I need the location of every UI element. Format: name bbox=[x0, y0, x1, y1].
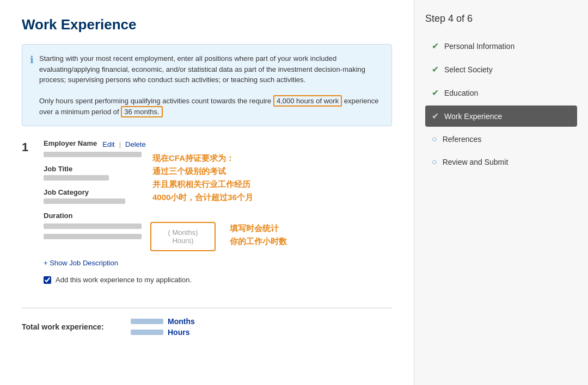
show-job-link: + Show Job Description bbox=[44, 259, 392, 267]
duration-section: Duration ( Months) Hours) 填写时会统计你的工作小时数 bbox=[44, 212, 392, 251]
job-title-group: Job Title bbox=[44, 165, 392, 181]
total-months-bar bbox=[131, 319, 163, 324]
job-category-label: Job Category bbox=[44, 188, 392, 196]
total-hours-unit: Hours bbox=[168, 328, 189, 337]
delete-link[interactable]: Delete bbox=[125, 140, 146, 148]
sidebar-item-select-society[interactable]: ✔ Select Society bbox=[425, 59, 577, 80]
field-actions: Edit | Delete bbox=[102, 140, 145, 148]
main-content: Work Experience ℹ Starting with your mos… bbox=[0, 0, 414, 385]
duration-row: ( Months) Hours) 填写时会统计你的工作小时数 bbox=[44, 222, 392, 251]
employer-value-container: 现在CFA持证要求为：通过三个级别的考试并且累积相关行业工作经历4000小时，合… bbox=[44, 152, 392, 157]
step-label-society: Select Society bbox=[444, 65, 493, 74]
application-checkbox[interactable] bbox=[44, 276, 51, 284]
duration-calc-box: ( Months) Hours) bbox=[150, 222, 216, 251]
job-title-value-bar bbox=[44, 175, 109, 181]
job-category-value-bar bbox=[44, 198, 125, 204]
info-text-2: Only hours spent performing qualifying a… bbox=[39, 97, 271, 105]
check-icon-work: ✔ bbox=[432, 111, 439, 121]
total-label: Total work experience: bbox=[22, 322, 120, 331]
checkbox-row: Add this work experience to my applicati… bbox=[44, 276, 392, 284]
months-placeholder: ( Months) bbox=[162, 228, 204, 237]
circle-icon-references: ○ bbox=[432, 134, 437, 144]
step-label-personal: Personal Information bbox=[444, 42, 514, 51]
duration-bar-2 bbox=[44, 234, 142, 239]
hours-placeholder: Hours) bbox=[162, 237, 204, 245]
job-category-group: Job Category bbox=[44, 188, 392, 204]
sidebar-item-education[interactable]: ✔ Education bbox=[425, 82, 577, 103]
step-title: Step 4 of 6 bbox=[425, 13, 577, 24]
step-label-references: References bbox=[443, 135, 482, 144]
employer-label-row: Employer Name Edit | Delete bbox=[44, 139, 392, 150]
work-entry: 1 Employer Name Edit | Delete 现在CFA持证要求为… bbox=[22, 139, 392, 297]
total-section: Total work experience: Months Hours bbox=[22, 317, 392, 337]
checkbox-label: Add this work experience to my applicati… bbox=[56, 276, 192, 284]
sidebar-item-work-experience[interactable]: ✔ Work Experience bbox=[425, 105, 577, 127]
info-text: Starting with your most recent employmen… bbox=[39, 53, 383, 117]
sidebar-item-personal-information[interactable]: ✔ Personal Information bbox=[425, 35, 577, 57]
step-label-review: Review and Submit bbox=[443, 158, 509, 166]
info-text-1: Starting with your most recent employmen… bbox=[39, 54, 365, 84]
total-months-row: Months bbox=[131, 317, 195, 326]
duration-label: Duration bbox=[44, 212, 392, 220]
highlight-hours: 4,000 hours of work bbox=[273, 95, 342, 107]
total-months-unit: Months bbox=[168, 317, 195, 326]
page-title: Work Experience bbox=[22, 16, 392, 33]
entry-fields: Employer Name Edit | Delete 现在CFA持证要求为：通… bbox=[44, 139, 392, 297]
step-label-education: Education bbox=[444, 89, 478, 97]
info-box: ℹ Starting with your most recent employm… bbox=[22, 44, 392, 126]
show-job-description-link[interactable]: + Show Job Description bbox=[44, 259, 118, 267]
employer-label: Employer Name bbox=[44, 139, 97, 147]
check-icon-personal: ✔ bbox=[432, 41, 439, 51]
duration-bar-1 bbox=[44, 223, 142, 229]
total-hours-bar bbox=[131, 330, 163, 335]
total-values: Months Hours bbox=[131, 317, 195, 337]
job-title-label: Job Title bbox=[44, 165, 392, 173]
duration-annotation: 填写时会统计你的工作小时数 bbox=[230, 222, 287, 248]
edit-link[interactable]: Edit bbox=[102, 140, 114, 148]
employer-value-bar bbox=[44, 152, 142, 157]
total-hours-row: Hours bbox=[131, 328, 195, 337]
circle-icon-review: ○ bbox=[432, 157, 437, 167]
check-icon-education: ✔ bbox=[432, 88, 439, 98]
check-icon-society: ✔ bbox=[432, 64, 439, 74]
section-divider bbox=[22, 308, 392, 308]
employer-name-group: Employer Name Edit | Delete 现在CFA持证要求为：通… bbox=[44, 139, 392, 157]
highlight-months: 36 months. bbox=[121, 106, 162, 117]
duration-bars bbox=[44, 222, 142, 239]
step-label-work: Work Experience bbox=[444, 112, 502, 121]
sidebar-item-references[interactable]: ○ References bbox=[425, 129, 577, 150]
info-icon: ℹ bbox=[30, 54, 34, 117]
separator: | bbox=[119, 140, 121, 148]
sidebar-item-review-submit[interactable]: ○ Review and Submit bbox=[425, 152, 577, 172]
sidebar: Step 4 of 6 ✔ Personal Information ✔ Sel… bbox=[414, 0, 588, 385]
entry-number: 1 bbox=[22, 139, 33, 297]
